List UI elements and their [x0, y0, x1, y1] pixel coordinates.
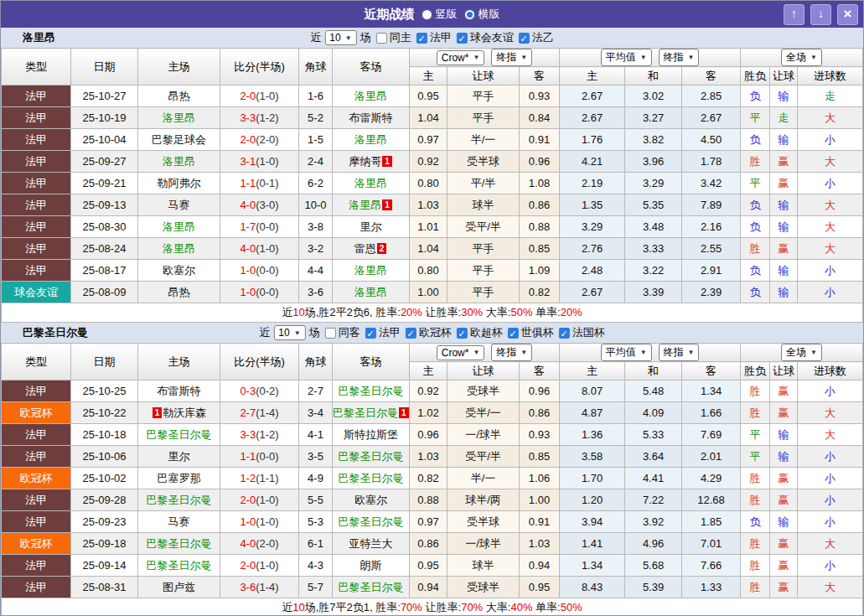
- score-cell: 1-0(0-0): [220, 260, 299, 282]
- odds-home-cell: 0.95: [410, 85, 448, 107]
- header-row-1: 类型日期主场比分(半场)角球客场Crow*▼终指▼平均值▼终指▼全场▼: [2, 344, 863, 362]
- odds-handicap-cell: 受球半: [448, 577, 520, 598]
- avg-home-cell: 4.21: [560, 151, 625, 173]
- odds-time-select[interactable]: 终指▼: [491, 49, 532, 66]
- league-filter-checkbox[interactable]: ✓: [365, 328, 376, 339]
- avg-away-cell: 1.85: [682, 511, 741, 533]
- corner-cell: 2-4: [299, 151, 333, 173]
- avg-source-select[interactable]: 平均值▼: [601, 49, 652, 66]
- halftime-score: (1-0): [256, 90, 278, 102]
- summary-text: 场,胜2平2负6, 胜率:: [305, 306, 401, 318]
- radio-horizontal-label: 横版: [479, 7, 500, 22]
- avg-away-cell: 2.39: [682, 282, 741, 303]
- scroll-up-button[interactable]: ↑: [784, 4, 805, 25]
- corner-cell: 4-4: [299, 260, 333, 282]
- result-cell: 平: [741, 424, 770, 446]
- avg-home-cell: 8.43: [560, 577, 625, 598]
- match-count-select[interactable]: 10▼: [273, 325, 305, 340]
- date-cell: 25-08-24: [71, 238, 138, 260]
- scope-select[interactable]: 全场▼: [781, 344, 822, 361]
- close-button[interactable]: ×: [837, 4, 858, 25]
- avg-time-select[interactable]: 终指▼: [659, 344, 700, 361]
- away-team-cell: 洛里昂: [333, 260, 410, 282]
- handicap-result-cell: 赢: [770, 173, 798, 194]
- avg-away-cell: 7.66: [682, 555, 741, 577]
- home-team-cell: 巴黎圣日尔曼: [138, 533, 220, 555]
- avg-draw-cell: 3.82: [625, 129, 682, 151]
- team-name-text: 巴黎足球会: [152, 133, 206, 146]
- result-cell: 胜: [741, 402, 770, 424]
- avg-draw-cell: 3.27: [625, 107, 682, 129]
- titlebar: 近期战绩 竖版 横版 ↑ ↓ ×: [1, 1, 863, 28]
- league-filter-checkbox[interactable]: ✓: [457, 33, 468, 44]
- league-filter-checkbox[interactable]: ✓: [416, 33, 427, 44]
- match-row: 法甲25-08-24洛里昂4-0(1-0)3-2雷恩21.04平手0.852.7…: [2, 238, 863, 260]
- summary-text: 大率:: [483, 306, 510, 318]
- away-team-cell: 巴黎圣日尔曼: [333, 380, 410, 402]
- filter-bar: 近10▼场同主✓法甲✓球会友谊✓法乙: [310, 30, 553, 45]
- team-name-text: 洛里昂: [163, 111, 195, 124]
- league-filter-checkbox[interactable]: ✓: [406, 328, 416, 339]
- table-header: 类型日期主场比分(半场)角球客场Crow*▼终指▼平均值▼终指▼全场▼主让球客主…: [2, 49, 863, 85]
- home-team-cell: 里尔: [138, 446, 220, 468]
- team-name-text: 昂热: [168, 90, 190, 102]
- home-team-cell: 巴塞罗那: [138, 468, 220, 489]
- home-team-cell: 巴黎圣日尔曼: [138, 489, 220, 511]
- scope-select[interactable]: 全场▼: [781, 49, 822, 66]
- layout-radio-vertical[interactable]: 竖版: [422, 7, 458, 22]
- team-name-text: 布雷斯特: [349, 111, 393, 124]
- goals-result-cell: 小: [798, 380, 863, 402]
- col-header: 类型: [2, 49, 71, 85]
- halftime-score: (0-2): [256, 385, 278, 397]
- away-team-cell: 洛里昂: [333, 129, 410, 151]
- odds-away-cell: 1.09: [520, 260, 560, 282]
- odds-col-header: 主: [410, 67, 448, 85]
- avg-source-select[interactable]: 平均值▼: [601, 344, 652, 361]
- select-value: 10: [278, 327, 289, 339]
- team-name-text: 布雷斯特: [158, 385, 201, 397]
- odds-away-cell: 0.86: [520, 194, 560, 216]
- halftime-score: (2-0): [256, 537, 278, 550]
- odds-away-cell: 0.91: [520, 129, 560, 151]
- goals-result-cell: 大: [798, 533, 863, 555]
- odds-home-cell: 1.01: [410, 216, 448, 238]
- goals-result-cell: 小: [798, 173, 863, 194]
- match-count-select[interactable]: 10▼: [324, 30, 356, 45]
- odds-away-cell: 0.85: [520, 446, 560, 468]
- avg-home-cell: 2.19: [560, 173, 625, 194]
- same-venue-checkbox[interactable]: [376, 33, 387, 44]
- fulltime-score: 4-0: [240, 537, 256, 550]
- odds-source-select[interactable]: Crow*▼: [437, 50, 485, 65]
- score-cell: 4-0(2-0): [220, 533, 299, 555]
- handicap-result-cell: 输: [770, 194, 798, 216]
- halftime-score: (0-1): [256, 177, 278, 189]
- odds-source-select[interactable]: Crow*▼: [437, 345, 485, 360]
- league-filter-checkbox[interactable]: ✓: [559, 328, 570, 339]
- team-name-text: 巴黎圣日尔曼: [333, 406, 398, 419]
- layout-radio-horizontal[interactable]: 横版: [464, 7, 500, 22]
- halftime-score: (0-0): [256, 286, 278, 298]
- goals-result-cell: 大: [798, 577, 863, 598]
- avg-time-select[interactable]: 终指▼: [659, 49, 700, 66]
- avg-draw-cell: 5.33: [625, 424, 682, 446]
- fulltime-score: 1-0: [240, 286, 256, 298]
- home-team-cell: 欧塞尔: [138, 260, 220, 282]
- select-value: 平均值: [606, 345, 636, 360]
- date-cell: 25-09-23: [71, 511, 138, 533]
- date-cell: 25-10-19: [71, 107, 138, 129]
- league-filter-checkbox[interactable]: ✓: [508, 328, 519, 339]
- team-name-text: 朗斯: [360, 559, 382, 572]
- red-card-badge: 1: [153, 407, 163, 418]
- odds-time-select[interactable]: 终指▼: [491, 344, 532, 361]
- avg-draw-cell: 4.41: [625, 468, 682, 489]
- league-filter-checkbox[interactable]: ✓: [519, 33, 530, 44]
- home-team-cell: 图卢兹: [138, 577, 220, 598]
- corner-cell: 5-3: [299, 511, 333, 533]
- scroll-down-button[interactable]: ↓: [810, 4, 831, 25]
- odds-col-header: 让球: [448, 362, 520, 380]
- odds-col-header: 客: [520, 67, 560, 85]
- odds-away-cell: 1.03: [520, 533, 560, 555]
- radio-unselected-icon: [422, 9, 432, 20]
- league-filter-checkbox[interactable]: ✓: [457, 328, 468, 339]
- same-venue-checkbox[interactable]: [325, 328, 336, 339]
